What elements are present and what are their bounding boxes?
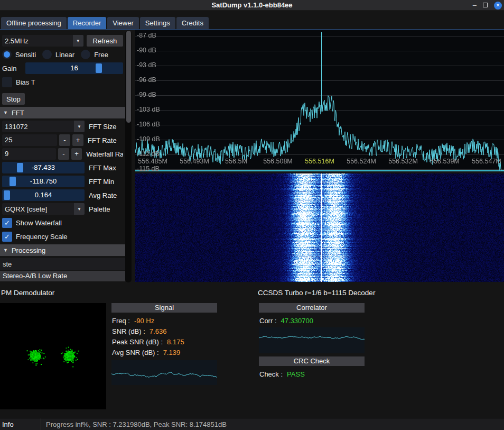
fft-rate-minus-button[interactable]: - xyxy=(59,134,70,146)
signal-panel: Signal Freq : -90 Hz SNR (dB) : 7.636 Pe… xyxy=(111,303,217,385)
peak-snr-row: Peak SNR (dB) : 8.175 xyxy=(111,337,217,347)
checkbox-icon xyxy=(2,77,12,87)
freq-tick-label: 556.532M xyxy=(388,158,418,165)
correlator-panel: Correlator Corr : 47.330700 CRC Check Ch… xyxy=(259,303,365,380)
status-message: Progress inf%, SNR : 7.231980dB, Peak SN… xyxy=(41,420,227,428)
peak-snr-label: Peak SNR (dB) : xyxy=(112,337,163,347)
maximize-button[interactable] xyxy=(483,0,488,11)
slider-handle[interactable] xyxy=(96,63,102,73)
avg-rate-slider[interactable]: 0.164 xyxy=(2,189,85,201)
radio-icon xyxy=(2,50,12,59)
fft-min-slider[interactable]: -118.750 xyxy=(2,176,85,187)
slider-handle[interactable] xyxy=(10,177,16,186)
waterfall-rate-input[interactable]: 9 xyxy=(2,148,56,160)
avg-snr-row: Avg SNR (dB) : 7.139 xyxy=(111,347,217,358)
slider-handle[interactable] xyxy=(17,163,23,172)
refresh-button[interactable]: Refresh xyxy=(87,35,123,47)
fft-max-label: FFT Max xyxy=(89,164,116,172)
frequency-scale-checkbox[interactable]: ✓ Frequency Scale xyxy=(2,232,68,242)
sidebar-scrollbar[interactable] xyxy=(125,30,132,282)
close-button[interactable]: ✕ xyxy=(494,2,502,10)
waterfall-rate-label: Waterfall Ra xyxy=(86,150,123,158)
avg-snr-value: 7.139 xyxy=(163,347,181,358)
crc-check-header: CRC Check xyxy=(259,356,365,366)
fft-spectrum[interactable]: -87 dB -90 dB -93 dB -96 dB -99 dB -103 … xyxy=(135,30,504,171)
freq-tick-label: 556.493M xyxy=(180,158,209,165)
db-tick-label: -109 dB xyxy=(137,135,160,143)
bias-t-label: Bias T xyxy=(16,78,35,86)
radio-icon xyxy=(42,50,52,59)
decoder-title: CCSDS Turbo r=1/6 b=1115 Decoder xyxy=(258,289,375,297)
fft-rate-plus-button[interactable]: + xyxy=(72,134,83,146)
snr-history-graph xyxy=(111,360,217,385)
gain-mode-free[interactable]: Free xyxy=(81,50,108,59)
maximize-icon xyxy=(483,3,488,7)
close-icon: ✕ xyxy=(496,3,500,8)
scrollbar-thumb[interactable] xyxy=(126,31,131,123)
check-value: PASS xyxy=(287,369,305,380)
minimize-button[interactable]: – xyxy=(473,0,477,11)
freq-value: -90 Hz xyxy=(134,316,154,326)
collapse-arrow-icon: ▼ xyxy=(3,248,8,253)
tab-credits[interactable]: Credits xyxy=(176,17,209,29)
waterfall-rate-minus-button[interactable]: - xyxy=(58,148,69,160)
tab-settings[interactable]: Settings xyxy=(140,17,175,29)
processing-section-header[interactable]: ▼ Processing xyxy=(0,244,125,256)
freq-label: Freq : xyxy=(112,316,130,326)
correlator-header: Correlator xyxy=(259,303,365,313)
fft-display: -87 dB -90 dB -93 dB -96 dB -99 dB -103 … xyxy=(135,30,504,283)
db-tick-label: -112 dB xyxy=(137,150,160,158)
freq-tick-label: 556.547M xyxy=(472,158,501,165)
snr-value: 7.636 xyxy=(150,326,167,337)
chevron-down-icon: ▼ xyxy=(74,203,85,215)
radio-label: Sensiti xyxy=(15,51,36,59)
fft-min-label: FFT Min xyxy=(89,178,114,186)
satdump-window: SatDump v1.1.0-ebb84ee – ✕ Offline proce… xyxy=(0,0,504,430)
status-info-label: Info xyxy=(0,418,41,430)
collapse-arrow-icon: ▼ xyxy=(3,110,8,115)
radio-icon xyxy=(81,50,90,59)
tab-recorder[interactable]: Recorder xyxy=(68,17,106,29)
gain-slider[interactable]: 16 xyxy=(25,62,123,74)
waterfall-rate-plus-button[interactable]: + xyxy=(71,148,82,160)
fft-size-combo[interactable]: 131072 ▼ xyxy=(2,121,85,132)
gain-mode-linear[interactable]: Linear xyxy=(42,50,74,59)
freq-tick-label-center: 556.516M xyxy=(305,158,334,165)
db-tick-label: -99 dB xyxy=(137,91,156,98)
status-bar: Info Progress inf%, SNR : 7.231980dB, Pe… xyxy=(0,418,504,430)
titlebar: SatDump v1.1.0-ebb84ee – ✕ xyxy=(0,0,504,11)
show-waterfall-checkbox[interactable]: ✓ Show Waterfall xyxy=(2,218,62,228)
freq-tick-label: 556.5M xyxy=(225,158,247,165)
waterfall-canvas[interactable] xyxy=(135,173,504,282)
palette-combo[interactable]: GQRX [csete] ▼ xyxy=(2,203,85,215)
tab-offline-processing[interactable]: Offline processing xyxy=(1,17,67,29)
chevron-down-icon: ▼ xyxy=(73,35,83,47)
processing-header-label: Processing xyxy=(12,246,45,254)
pipeline-search-input[interactable] xyxy=(0,258,125,270)
main-area: 2.5MHz ▼ Refresh Sensiti Linear xyxy=(0,30,504,283)
fft-spectrum-canvas[interactable] xyxy=(135,30,504,171)
freq-tick-label: 556.485M xyxy=(138,158,167,165)
check-label: Check : xyxy=(259,369,283,380)
gain-mode-sensitive[interactable]: Sensiti xyxy=(2,50,36,59)
samplerate-combo[interactable]: 2.5MHz ▼ xyxy=(2,35,83,47)
tab-bar: Offline processing Recorder Viewer Setti… xyxy=(0,11,504,30)
pipeline-item-stereo[interactable]: Stereo-A/B Low Rate xyxy=(0,271,125,281)
stop-button[interactable]: Stop xyxy=(2,93,25,105)
corr-row: Corr : 47.330700 xyxy=(259,316,365,326)
fft-max-value: -87.433 xyxy=(2,162,85,173)
bias-t-checkbox[interactable]: Bias T xyxy=(2,77,35,87)
palette-label: Palette xyxy=(89,205,110,213)
demodulator-title: PM Demodulator xyxy=(1,289,54,297)
db-tick-label: -87 dB xyxy=(137,32,156,39)
palette-value: GQRX [csete] xyxy=(2,205,74,213)
crc-check-row: Check : PASS xyxy=(259,369,365,380)
fft-header-label: FFT xyxy=(12,109,24,117)
fft-rate-input[interactable]: 25 xyxy=(2,134,57,146)
fft-section-header[interactable]: ▼ FFT xyxy=(0,107,125,118)
tab-viewer[interactable]: Viewer xyxy=(107,17,139,29)
show-waterfall-label: Show Waterfall xyxy=(16,219,62,227)
checkmark-icon: ✓ xyxy=(2,218,12,228)
slider-handle[interactable] xyxy=(4,190,10,200)
fft-max-slider[interactable]: -87.433 xyxy=(2,162,85,173)
